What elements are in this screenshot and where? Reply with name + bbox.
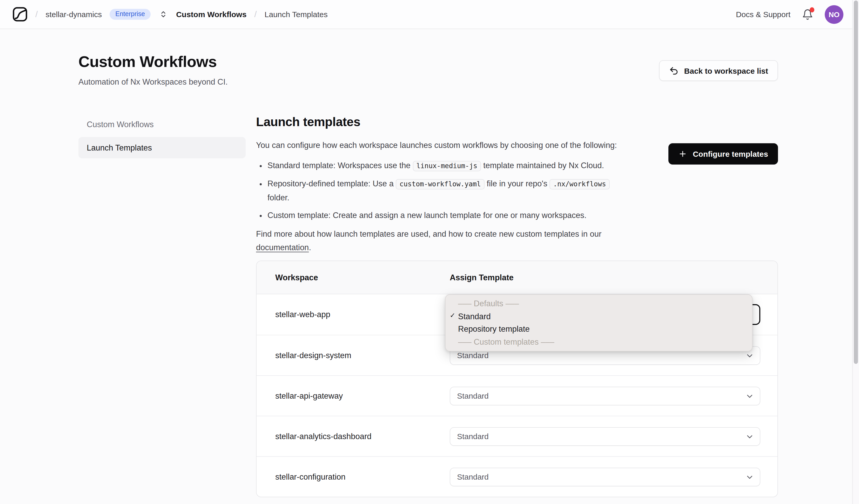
docs-support-link[interactable]: Docs & Support [736, 10, 790, 19]
breadcrumb: / stellar-dynamics Enterprise Custom Wor… [13, 7, 328, 22]
enterprise-badge: Enterprise [109, 9, 151, 20]
plus-icon [678, 150, 687, 158]
column-header-assign-template: Assign Template [450, 273, 778, 282]
settings-sidebar: Custom Workflows Launch Templates [78, 114, 246, 497]
notification-dot [810, 7, 814, 12]
template-select[interactable]: Standard [450, 468, 760, 486]
template-options-list: Standard template: Workspaces use the li… [256, 159, 617, 222]
breadcrumb-page[interactable]: Launch Templates [265, 10, 328, 19]
chevron-down-icon [745, 473, 754, 482]
documentation-link[interactable]: documentation [256, 243, 309, 252]
configure-templates-button[interactable]: Configure templates [668, 143, 778, 165]
chevron-down-icon [745, 432, 754, 441]
content: Custom Workflows Launch Templates Launch… [78, 114, 778, 497]
sidebar-item-launch-templates[interactable]: Launch Templates [78, 137, 246, 158]
workspace-name: stellar-design-system [257, 351, 450, 360]
nx-cloud-logo-icon[interactable] [13, 7, 28, 22]
intro-paragraph: You can configure how each workspace lau… [256, 139, 617, 152]
code-chip: custom-workflow.yaml [396, 179, 484, 189]
template-select[interactable]: Standard [450, 427, 760, 446]
code-chip: linux-medium-js [412, 161, 481, 171]
app-root: / stellar-dynamics Enterprise Custom Wor… [0, 0, 859, 504]
page-head: Custom Workflows Automation of Nx Worksp… [78, 29, 778, 87]
check-icon: ✓ [450, 311, 455, 319]
page-body: Custom Workflows Automation of Nx Worksp… [0, 29, 859, 497]
column-header-workspace: Workspace [257, 273, 450, 282]
list-item: Repository-defined template: Use a custo… [268, 177, 617, 204]
top-nav: / stellar-dynamics Enterprise Custom Wor… [0, 0, 859, 29]
launch-templates-section: Launch templates You can configure how e… [256, 114, 778, 497]
org-switcher-icon[interactable] [160, 10, 167, 19]
table-row: stellar-api-gateway Standard [257, 375, 778, 416]
page-title: Custom Workflows [78, 53, 228, 71]
sidebar-item-custom-workflows[interactable]: Custom Workflows [78, 114, 246, 135]
table-row: stellar-configuration Standard [257, 456, 778, 497]
section-heading: Launch templates [256, 115, 778, 129]
template-select[interactable]: Standard [450, 386, 760, 405]
workspace-name: stellar-web-app [257, 310, 450, 319]
avatar[interactable]: NO [825, 5, 843, 24]
page-subtitle: Automation of Nx Workspaces beyond CI. [78, 77, 228, 87]
dropdown-group-defaults: ––– Defaults ––– [446, 297, 752, 310]
breadcrumb-section[interactable]: Custom Workflows [176, 10, 246, 19]
list-item: Custom template: Create and assign a new… [268, 209, 617, 222]
list-item: Standard template: Workspaces use the li… [268, 159, 617, 173]
back-to-workspace-list-button[interactable]: Back to workspace list [659, 60, 778, 81]
scrollbar-thumb[interactable] [854, 1, 858, 364]
breadcrumb-separator: / [254, 9, 257, 19]
table-header: Workspace Assign Template [257, 261, 778, 294]
section-description: You can configure how each workspace lau… [256, 139, 617, 254]
configure-button-label: Configure templates [693, 150, 768, 158]
dropdown-option-standard[interactable]: ✓ Standard [446, 310, 752, 323]
breadcrumb-separator: / [35, 9, 37, 19]
nav-right: Docs & Support NO [736, 5, 843, 24]
page-scrollbar [852, 0, 859, 504]
table-row: stellar-analytics-dashboard Standard [257, 416, 778, 456]
find-more-paragraph: Find more about how launch templates are… [256, 227, 617, 254]
template-dropdown-menu: ––– Defaults ––– ✓ Standard Repository t… [445, 294, 753, 351]
dropdown-option-repository-template[interactable]: Repository template [446, 323, 752, 336]
code-chip: .nx/workflows [549, 179, 610, 189]
chevron-down-icon [745, 392, 754, 400]
back-button-label: Back to workspace list [684, 66, 768, 75]
dropdown-group-custom-templates: ––– Custom templates ––– [446, 336, 752, 348]
workspace-template-table: Workspace Assign Template stellar-web-ap… [256, 261, 778, 497]
notifications-button[interactable] [802, 9, 813, 20]
workspace-name: stellar-configuration [257, 472, 450, 482]
workspace-name: stellar-api-gateway [257, 391, 450, 400]
workspace-name: stellar-analytics-dashboard [257, 432, 450, 441]
undo-arrow-icon [669, 66, 679, 76]
chevron-down-icon [745, 351, 754, 360]
breadcrumb-org[interactable]: stellar-dynamics [45, 10, 102, 19]
